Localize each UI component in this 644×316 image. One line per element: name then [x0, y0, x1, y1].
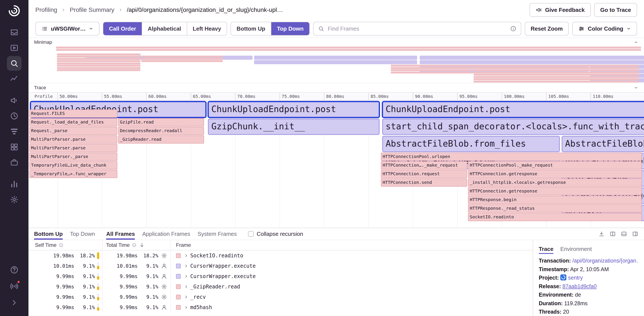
minimap-frame [56, 49, 641, 51]
minimap[interactable] [28, 46, 644, 83]
frame-column-header[interactable]: Frame [171, 240, 533, 250]
flame-frame[interactable]: MultiPartParser.parse [29, 144, 117, 152]
help-icon [10, 265, 19, 274]
flame-frame[interactable]: Request._load_data_and_files [29, 118, 117, 126]
expand-chevron-icon[interactable] [184, 305, 188, 310]
flame-frame[interactable]: SocketIO.readinto [468, 213, 642, 221]
download-icon[interactable] [598, 231, 605, 237]
flame-frame[interactable]: HTTPResponse._read_status [468, 204, 642, 213]
flame-frame[interactable]: AbstractFileBlob.from_files [562, 136, 644, 152]
collapse-recursion-toggle[interactable]: Collapse recursion [248, 231, 303, 237]
flame-frame[interactable]: Request.FILES [29, 109, 117, 118]
flame-frame[interactable]: ChunkUploadEndpoint.post [208, 101, 380, 118]
flame-frame[interactable]: GzipChunk.__init__ [208, 119, 380, 135]
breadcrumb-profiling[interactable]: Profiling [35, 6, 57, 13]
expand-chevron-icon[interactable] [184, 274, 188, 279]
minimap-frame [57, 58, 140, 60]
sidebar-item-feedback[interactable] [7, 93, 22, 108]
chevron-down-icon[interactable] [634, 85, 638, 90]
flame-frame[interactable]: ChunkUploadEndpoint.post [382, 101, 644, 118]
flame-frame[interactable]: HTTPConnection.getresponse [468, 187, 642, 195]
total-time-label: Total Time [106, 242, 130, 248]
details-tab-environment[interactable]: Environment [560, 244, 592, 254]
frame-tab-application-frames[interactable]: Application Frames [142, 228, 190, 240]
expand-chevron-icon[interactable] [184, 295, 188, 300]
flame-frame[interactable]: DecompressReader.readall [118, 127, 204, 135]
sort-alphabetical-button[interactable]: Alphabetical [142, 22, 187, 35]
view-tab-top-down[interactable]: Top Down [70, 228, 95, 240]
flame-frame[interactable]: HTTPConnection…._make_request [381, 161, 467, 169]
flame-frame[interactable]: HTTPConnectionPool.urlopen [381, 153, 642, 161]
frame-tab-all-frames[interactable]: All Frames [106, 228, 135, 240]
expand-chevron-icon[interactable] [184, 264, 188, 268]
chevron-right-icon [118, 7, 123, 12]
flame-frame[interactable]: HTTPConnection.send [381, 178, 467, 187]
detail-value[interactable]: sentry [568, 275, 583, 281]
table-row[interactable]: 10.01ms9.1% 10.01ms9.1% CursorWrapper.ex… [28, 261, 533, 271]
sidebar-item-collapse-sidebar[interactable] [7, 295, 22, 310]
panel-bottom-icon[interactable] [621, 231, 627, 237]
flame-frame[interactable]: HTTPResponse.begin [468, 196, 642, 204]
expand-chevron-icon[interactable] [184, 284, 188, 289]
sidebar-item-crons[interactable] [7, 109, 22, 123]
frame-tab-system-frames[interactable]: System Frames [198, 228, 237, 240]
breadcrumb-profile-summary[interactable]: Profile Summary [70, 6, 114, 13]
flame-frame[interactable]: _install_httplib.<locals>.getresponse [468, 178, 642, 187]
flame-frame[interactable]: GzipFile.read [118, 118, 204, 126]
table-row[interactable]: 9.99ms9.1% 9.99ms9.1% md5hash [28, 302, 533, 313]
flame-frame[interactable]: Request._parse [29, 127, 117, 135]
total-time-column-header[interactable]: Total Time [103, 240, 171, 250]
sentry-logo[interactable] [8, 4, 21, 17]
flame-frame[interactable]: MultiPartParser.parse [29, 135, 117, 144]
flame-frame[interactable]: MultiPartParser._parse [29, 153, 117, 161]
detail-value[interactable]: /api/0/organizations/{organ… [572, 258, 638, 264]
table-row[interactable]: 19.98ms18.2% 19.98ms18.2% SocketIO.readi… [28, 251, 533, 261]
flame-chart[interactable]: ChunkUploadEndpoint.postChunkUploadEndpo… [28, 100, 644, 228]
sidebar-item-issues[interactable] [7, 25, 22, 40]
sidebar-item-broadcast[interactable] [7, 279, 22, 294]
thread-selector-dropdown[interactable]: uWSGIWor… [35, 22, 100, 35]
flame-frame[interactable]: HTTPConnectionPool._make_request [468, 161, 642, 169]
flame-frame[interactable]: _TemporaryFile…>.func_wrapper [29, 170, 117, 178]
color-coding-button[interactable]: Color Coding [572, 22, 637, 35]
sort-call-order-button[interactable]: Call Order [103, 22, 142, 35]
table-row[interactable]: 9.99ms9.1% 9.99ms9.1% CursorWrapper.exec… [28, 271, 533, 282]
panel-right-icon[interactable] [632, 231, 638, 237]
sidebar-item-replays[interactable] [7, 40, 22, 55]
sidebar-item-stats[interactable] [7, 177, 22, 191]
sidebar-item-dashboards[interactable] [7, 140, 22, 154]
flame-frame[interactable]: HTTPConnection.getresponse [468, 170, 642, 178]
flame-frame[interactable]: AbstractFileBlob.from_files [382, 136, 560, 152]
table-row[interactable]: 9.99ms9.1% 9.99ms9.1% _GzipReader.read [28, 282, 533, 292]
total-pct-value: 9.1% [138, 263, 158, 269]
details-tab-trace[interactable]: Trace [539, 244, 554, 254]
sidebar-item-profiling[interactable] [7, 124, 22, 139]
sidebar-item-releases[interactable] [7, 155, 22, 170]
sidebar-item-traces[interactable] [7, 71, 22, 86]
direction-top-down-button[interactable]: Top Down [271, 22, 309, 35]
find-frames-input[interactable] [328, 25, 506, 32]
flame-frame[interactable]: _GzipReader.read [118, 135, 204, 144]
sidebar-item-settings[interactable] [7, 192, 22, 207]
collapse-recursion-checkbox[interactable] [248, 231, 254, 237]
direction-bottom-up-button[interactable]: Bottom Up [231, 22, 271, 35]
sidebar-item-help[interactable] [7, 263, 22, 277]
find-frames-search[interactable] [313, 22, 521, 35]
flame-frame[interactable]: TemporaryFileU…ive_data_chunk [29, 161, 117, 169]
go-to-trace-button[interactable]: Go to Trace [594, 3, 637, 17]
expand-chevron-icon[interactable] [184, 253, 188, 258]
sidebar-item-search[interactable] [7, 56, 22, 71]
info-icon[interactable] [510, 25, 516, 32]
chevron-up-icon[interactable] [634, 40, 638, 45]
flame-frame[interactable]: HTTPConnection.request [381, 170, 467, 178]
panel-split-icon[interactable] [610, 231, 616, 237]
flame-frame[interactable]: start_child_span_decorator.<locals>.func… [382, 119, 644, 135]
self-time-column-header[interactable]: Self Time [28, 240, 103, 250]
sort-descending-icon[interactable] [139, 242, 145, 248]
detail-value[interactable]: 87aab1d9cfa0 [562, 283, 596, 289]
table-row[interactable]: 9.99ms9.1% 9.99ms9.1% _recv [28, 292, 533, 302]
give-feedback-button[interactable]: Give Feedback [530, 3, 591, 17]
sort-left-heavy-button[interactable]: Left Heavy [187, 22, 227, 35]
reset-zoom-button[interactable]: Reset Zoom [525, 22, 569, 35]
view-tab-bottom-up[interactable]: Bottom Up [34, 228, 63, 240]
